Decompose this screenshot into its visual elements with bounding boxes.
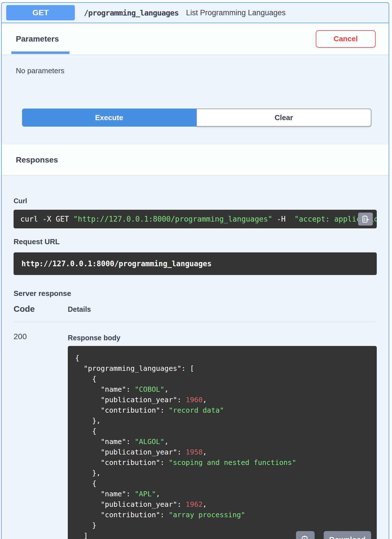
method-badge: GET <box>6 5 75 20</box>
details-column-header: Details <box>68 305 91 313</box>
response-table-divider <box>14 322 377 322</box>
download-button[interactable]: Download <box>324 531 371 539</box>
parameters-tab-underline <box>11 51 69 54</box>
response-body-block: { "programming_languages": [ { "name": "… <box>68 346 377 539</box>
copy-curl-button[interactable] <box>358 213 373 226</box>
endpoint-path: /programming_languages <box>84 8 179 17</box>
clear-button[interactable]: Clear <box>196 109 372 127</box>
response-body-label: Response body <box>68 334 377 342</box>
curl-label: Curl <box>14 197 377 205</box>
server-response-label: Server response <box>14 289 377 298</box>
response-row: 200 Response body { "programming_languag… <box>14 332 377 539</box>
curl-bar: curl -X GET "http://127.0.0.1:8000/progr… <box>14 210 377 228</box>
parameters-title: Parameters <box>16 34 59 44</box>
parameters-header: Parameters Cancel <box>2 23 389 55</box>
copy-icon <box>361 215 370 223</box>
copy-icon <box>300 535 310 539</box>
execute-button[interactable]: Execute <box>22 109 196 127</box>
status-code: 200 <box>14 332 68 341</box>
code-column-header: Code <box>14 304 68 314</box>
responses-content: Curl curl -X GET "http://127.0.0.1:8000/… <box>2 197 389 539</box>
operation-summary[interactable]: GET /programming_languages List Programm… <box>2 3 389 23</box>
curl-command: curl -X GET "http://127.0.0.1:8000/progr… <box>14 210 377 228</box>
request-url-value: http://127.0.0.1:8000/programming_langua… <box>21 259 212 268</box>
response-table-header: Code Details <box>14 304 377 314</box>
operation-block-get: GET /programming_languages List Programm… <box>1 2 389 539</box>
responses-header: Responses <box>2 144 389 175</box>
endpoint-summary: List Programming Languages <box>186 8 286 17</box>
response-actions: Download <box>296 531 371 539</box>
request-url-bar: http://127.0.0.1:8000/programming_langua… <box>14 252 377 275</box>
copy-response-button[interactable] <box>296 531 315 539</box>
responses-title: Responses <box>16 155 58 164</box>
execute-row: Execute Clear <box>22 109 371 127</box>
request-url-label: Request URL <box>14 237 377 246</box>
cancel-button[interactable]: Cancel <box>316 30 376 48</box>
response-body-json: { "programming_languages": [ { "name": "… <box>75 353 369 539</box>
no-parameters-message: No parameters <box>16 66 389 75</box>
response-details: Response body { "programming_languages":… <box>68 332 377 539</box>
